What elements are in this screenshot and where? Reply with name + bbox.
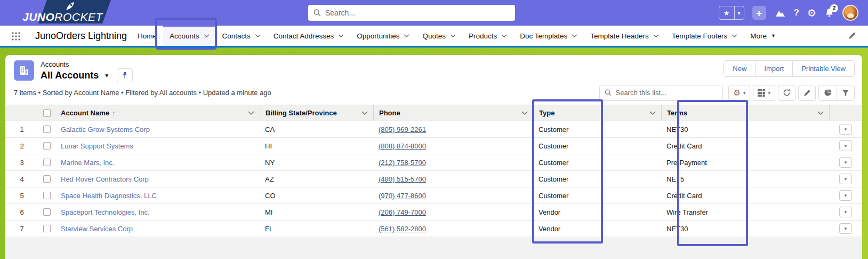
app-logo[interactable]: JUNOROCKET: [18, 0, 125, 26]
display-as-button[interactable]: ▾: [753, 85, 775, 101]
tab-contacts[interactable]: Contacts: [216, 26, 267, 46]
edit-nav-pencil-icon[interactable]: [848, 32, 856, 40]
list-search[interactable]: [599, 85, 723, 101]
column-header-type[interactable]: Type: [533, 105, 661, 121]
row-checkbox[interactable]: [43, 142, 51, 150]
row-actions-button[interactable]: ▼: [839, 174, 852, 184]
app-name: JunoOrders Lightning: [35, 30, 127, 42]
table-row: 7 Starview Services Corp FL (561) 582-28…: [5, 221, 862, 237]
terms-cell: Wire Transfer: [661, 204, 829, 220]
chevron-down-icon[interactable]: [521, 111, 528, 115]
tab-products[interactable]: Products: [462, 26, 513, 46]
row-checkbox[interactable]: [43, 208, 51, 216]
row-actions-button[interactable]: ▼: [839, 157, 852, 168]
setup-gear-button[interactable]: ⚙: [807, 7, 816, 19]
favorites-control: ★ ▾: [719, 6, 744, 20]
favorites-dropdown-button[interactable]: ▾: [734, 6, 744, 19]
column-header-phone[interactable]: Phone: [373, 105, 533, 121]
account-name-link[interactable]: Galactic Grow Systems Corp: [61, 125, 150, 134]
list-settings-button[interactable]: ⚙▾: [728, 85, 750, 101]
phone-link[interactable]: (970) 477-8600: [379, 192, 426, 200]
app-launcher-icon[interactable]: [12, 32, 20, 41]
billing-state-cell: MI: [260, 204, 373, 220]
chevron-down-icon[interactable]: [817, 111, 824, 115]
charts-button[interactable]: [819, 85, 837, 100]
favorite-star-button[interactable]: ★: [719, 6, 734, 19]
phone-link[interactable]: (206) 749-7000: [379, 208, 426, 216]
trailhead-icon: [774, 9, 786, 18]
global-actions-button[interactable]: +: [752, 6, 766, 20]
printable-view-button[interactable]: Printable View: [792, 61, 854, 76]
tab-home[interactable]: Home: [131, 26, 163, 46]
pin-list-button[interactable]: [117, 68, 133, 82]
phone-link[interactable]: (805) 969-2261: [379, 125, 426, 134]
chevron-down-icon: [732, 34, 737, 38]
import-button[interactable]: Import: [755, 61, 792, 76]
row-actions-button[interactable]: ▼: [839, 124, 852, 135]
row-number: 7: [5, 221, 38, 237]
global-search-input[interactable]: [325, 9, 510, 17]
chevron-down-icon[interactable]: [248, 111, 254, 115]
tab-accounts[interactable]: Accounts: [163, 26, 216, 46]
select-all-checkbox[interactable]: [43, 109, 51, 117]
row-checkbox[interactable]: [43, 192, 51, 199]
inline-edit-button[interactable]: [798, 85, 816, 101]
column-header-account-name[interactable]: Account Name↑: [55, 105, 260, 121]
refresh-button[interactable]: [778, 85, 795, 101]
billing-state-cell: HI: [260, 138, 373, 154]
new-button[interactable]: New: [724, 61, 755, 76]
row-actions-button[interactable]: ▼: [839, 190, 852, 201]
row-checkbox[interactable]: [43, 125, 51, 133]
phone-link[interactable]: (808) 874-8000: [379, 142, 426, 150]
table-row: 1 Galactic Grow Systems Corp CA (805) 96…: [5, 121, 862, 138]
column-label: Account Name: [61, 109, 109, 117]
tab-quotes[interactable]: Quotes: [416, 26, 462, 46]
tab-label: Home: [138, 32, 157, 40]
chevron-down-icon: [501, 34, 507, 38]
refresh-icon: [783, 89, 791, 97]
filter-button[interactable]: [837, 85, 854, 100]
list-search-input[interactable]: [615, 89, 718, 97]
global-search[interactable]: [308, 5, 515, 21]
tab-more[interactable]: More▼: [744, 26, 782, 46]
type-cell: Customer: [533, 154, 661, 170]
notifications-button[interactable]: 2: [824, 8, 834, 18]
chevron-down-icon[interactable]: [649, 111, 656, 115]
column-label: Billing State/Province: [266, 109, 337, 117]
row-number-header: [5, 105, 38, 121]
billing-state-cell: NY: [260, 154, 373, 170]
row-actions-button[interactable]: ▼: [839, 207, 852, 217]
view-selector-caret-icon[interactable]: ▼: [104, 73, 109, 79]
account-name-link[interactable]: Marine Mars, Inc.: [61, 159, 114, 167]
phone-link[interactable]: (480) 515-5700: [379, 175, 426, 183]
phone-link[interactable]: (561) 582-2800: [379, 225, 426, 233]
chevron-down-icon: [204, 34, 210, 38]
row-actions-button[interactable]: ▼: [839, 140, 852, 151]
account-name-link[interactable]: Red Rover Contractors Corp: [61, 175, 149, 183]
user-avatar[interactable]: [842, 5, 858, 21]
tab-template-footers[interactable]: Template Footers: [665, 26, 744, 46]
tab-label: Contacts: [222, 32, 251, 40]
row-checkbox[interactable]: [43, 175, 51, 183]
account-name-link[interactable]: Lunar Support Systems: [61, 142, 133, 150]
row-checkbox[interactable]: [43, 225, 51, 232]
column-header-billing-state[interactable]: Billing State/Province: [260, 105, 373, 121]
account-name-link[interactable]: Spaceport Technologies, Inc.: [61, 208, 150, 216]
account-name-link[interactable]: Starview Services Corp: [61, 225, 133, 233]
type-cell: Customer: [533, 171, 661, 187]
tab-template-headers[interactable]: Template Headers: [584, 26, 665, 46]
column-label: Type: [539, 109, 554, 117]
row-checkbox[interactable]: [43, 159, 51, 166]
tab-contact-addresses[interactable]: Contact Addresses: [267, 26, 350, 46]
filter-icon: [842, 89, 849, 97]
row-actions-button[interactable]: ▼: [839, 223, 852, 234]
trailhead-button[interactable]: [774, 9, 786, 18]
tab-opportunities[interactable]: Opportunities: [350, 26, 416, 46]
account-name-link[interactable]: Space Health Diagnostics, LLC: [61, 192, 157, 200]
phone-link[interactable]: (212) 758-5700: [379, 159, 426, 167]
app-nav-bar: JunoOrders Lightning Home Accounts Conta…: [0, 26, 868, 48]
column-header-terms[interactable]: Terms: [661, 105, 829, 121]
help-button[interactable]: ?: [794, 7, 799, 18]
chevron-down-icon[interactable]: [361, 111, 368, 115]
tab-doc-templates[interactable]: Doc Templates: [513, 26, 584, 46]
